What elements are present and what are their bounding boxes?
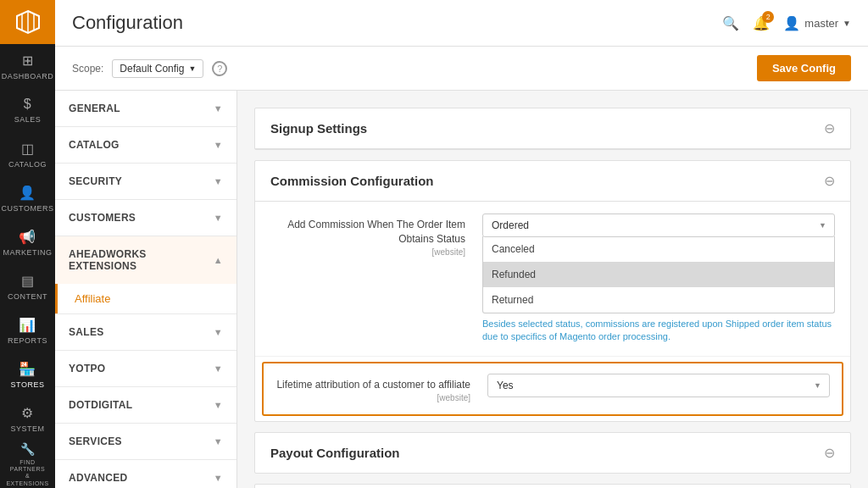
sidebar-logo[interactable] bbox=[0, 0, 55, 44]
commission-config-section: Commission Configuration ⊖ Add Commissio… bbox=[254, 160, 851, 422]
nav-section-header-security[interactable]: SECURITY ▼ bbox=[55, 164, 236, 199]
commission-config-title: Commission Configuration bbox=[270, 174, 434, 188]
scope-label: Scope: bbox=[72, 63, 103, 75]
nav-sub-item-affiliate[interactable]: Affiliate bbox=[55, 284, 236, 313]
sidebar-item-catalog[interactable]: ◫ CATALOG bbox=[0, 132, 55, 176]
add-commission-row: Add Commission When The Order Item Obtai… bbox=[255, 202, 850, 357]
admin-email-config-header[interactable]: Admin Email Configuration ⊖ bbox=[255, 485, 850, 488]
chevron-down-icon: ▼ bbox=[214, 436, 223, 446]
payout-config-title: Payout Configuration bbox=[270, 446, 400, 460]
lifetime-attribution-wrapper: Lifetime attribution of a customer to af… bbox=[255, 357, 850, 421]
search-icon[interactable]: 🔍 bbox=[722, 15, 739, 31]
marketing-icon: 📢 bbox=[19, 229, 36, 245]
scope-value: Default Config bbox=[120, 63, 184, 75]
add-commission-hint: Besides selected status, commissions are… bbox=[482, 318, 835, 344]
nav-section-aheadworks: AHEADWORKS EXTENSIONS ▲ Affiliate bbox=[55, 236, 236, 314]
deduct-commission-dropdown: Canceled Refunded Returned bbox=[482, 236, 835, 313]
nav-section-general: GENERAL ▼ bbox=[55, 91, 236, 127]
nav-section-header-advanced[interactable]: ADVANCED ▼ bbox=[55, 460, 236, 488]
chevron-down-icon: ▼ bbox=[214, 140, 223, 150]
add-commission-select-wrapper: Ordered bbox=[482, 214, 835, 237]
chevron-down-icon: ▼ bbox=[214, 103, 223, 114]
sidebar-item-reports[interactable]: 📊 REPORTS bbox=[0, 309, 55, 353]
nav-section-header-aheadworks[interactable]: AHEADWORKS EXTENSIONS ▲ bbox=[55, 236, 236, 284]
dropdown-item-canceled[interactable]: Canceled bbox=[483, 236, 834, 262]
sidebar: ⊞ DASHBOARD $ SALES ◫ CATALOG 👤 CUSTOMER… bbox=[0, 0, 55, 488]
nav-section-customers: CUSTOMERS ▼ bbox=[55, 200, 236, 236]
nav-section-header-dotdigital[interactable]: DOTDIGITAL ▼ bbox=[55, 387, 236, 423]
sidebar-item-marketing[interactable]: 📢 MARKETING bbox=[0, 220, 55, 264]
nav-section-header-general[interactable]: GENERAL ▼ bbox=[55, 91, 236, 126]
nav-section-header-customers[interactable]: CUSTOMERS ▼ bbox=[55, 200, 236, 236]
chevron-up-icon: ▲ bbox=[214, 255, 223, 265]
stores-icon: 🏪 bbox=[19, 361, 36, 377]
nav-section-advanced: ADVANCED ▼ bbox=[55, 460, 236, 488]
user-menu-button[interactable]: 👤 master ▼ bbox=[783, 15, 851, 31]
sidebar-item-stores[interactable]: 🏪 STORES bbox=[0, 353, 55, 397]
save-config-button[interactable]: Save Config bbox=[757, 55, 851, 81]
notifications-button[interactable]: 🔔 2 bbox=[753, 15, 770, 31]
payout-config-header[interactable]: Payout Configuration ⊖ bbox=[255, 433, 850, 473]
scope-chevron-icon: ▼ bbox=[188, 64, 196, 73]
notification-badge: 2 bbox=[762, 11, 774, 23]
reports-icon: 📊 bbox=[19, 317, 36, 333]
dropdown-item-refunded[interactable]: Refunded bbox=[483, 262, 834, 287]
content-icon: ▤ bbox=[21, 273, 35, 289]
nav-section-sales: SALES ▼ bbox=[55, 314, 236, 351]
topbar-right: 🔍 🔔 2 👤 master ▼ bbox=[722, 15, 851, 31]
sidebar-item-system[interactable]: ⚙ SYSTEM bbox=[0, 397, 55, 441]
lifetime-attribution-row: Lifetime attribution of a customer to af… bbox=[262, 362, 843, 416]
chevron-down-icon: ▼ bbox=[214, 400, 223, 410]
sidebar-item-content[interactable]: ▤ CONTENT bbox=[0, 265, 55, 309]
signup-settings-title: Signup Settings bbox=[270, 121, 367, 136]
admin-email-config-section: Admin Email Configuration ⊖ bbox=[254, 484, 851, 488]
chevron-down-icon: ▼ bbox=[214, 363, 223, 374]
catalog-icon: ◫ bbox=[21, 141, 35, 157]
nav-section-services: SERVICES ▼ bbox=[55, 424, 236, 460]
lifetime-attribution-select-wrapper: Yes No bbox=[487, 374, 830, 397]
chevron-down-icon: ▼ bbox=[214, 176, 223, 186]
find-partners-icon: 🔧 bbox=[20, 442, 36, 456]
user-label: master bbox=[804, 17, 838, 30]
add-commission-select[interactable]: Ordered bbox=[482, 214, 835, 237]
lifetime-attribution-label: Lifetime attribution of a customer to af… bbox=[275, 374, 470, 404]
chevron-down-icon: ▼ bbox=[214, 327, 223, 337]
help-icon[interactable]: ? bbox=[212, 61, 227, 76]
nav-section-header-services[interactable]: SERVICES ▼ bbox=[55, 424, 236, 459]
customers-icon: 👤 bbox=[19, 185, 36, 201]
user-dropdown-icon: ▼ bbox=[843, 19, 851, 28]
add-commission-content: Ordered Canceled Refunded bbox=[482, 214, 835, 344]
right-panel: Signup Settings ⊖ Commission Configurati… bbox=[237, 91, 868, 488]
sidebar-item-sales[interactable]: $ SALES bbox=[0, 88, 55, 132]
commission-config-body: Add Commission When The Order Item Obtai… bbox=[255, 202, 850, 421]
nav-section-header-yotpo[interactable]: YOTPO ▼ bbox=[55, 351, 236, 386]
left-nav: GENERAL ▼ CATALOG ▼ SECURITY ▼ CUSTOMERS bbox=[55, 91, 237, 488]
collapse-icon: ⊖ bbox=[824, 173, 835, 189]
dropdown-item-returned[interactable]: Returned bbox=[483, 287, 834, 313]
user-icon: 👤 bbox=[783, 15, 800, 31]
chevron-down-icon: ▼ bbox=[214, 213, 223, 223]
nav-section-yotpo: YOTPO ▼ bbox=[55, 351, 236, 387]
add-commission-label: Add Commission When The Order Item Obtai… bbox=[270, 214, 465, 258]
lifetime-attribution-content: Yes No bbox=[487, 374, 830, 397]
scope-dropdown[interactable]: Default Config ▼ bbox=[112, 59, 203, 78]
nav-section-security: SECURITY ▼ bbox=[55, 164, 236, 200]
scope-bar: Scope: Default Config ▼ ? Save Config bbox=[55, 47, 868, 91]
sidebar-item-customers[interactable]: 👤 CUSTOMERS bbox=[0, 176, 55, 220]
dashboard-icon: ⊞ bbox=[22, 53, 34, 69]
signup-settings-header[interactable]: Signup Settings ⊖ bbox=[255, 108, 850, 149]
nav-section-catalog: CATALOG ▼ bbox=[55, 127, 236, 164]
page-title: Configuration bbox=[72, 12, 183, 34]
nav-section-header-catalog[interactable]: CATALOG ▼ bbox=[55, 127, 236, 163]
payout-config-section: Payout Configuration ⊖ bbox=[254, 432, 851, 474]
content-area: GENERAL ▼ CATALOG ▼ SECURITY ▼ CUSTOMERS bbox=[55, 91, 868, 488]
chevron-down-icon: ▼ bbox=[214, 473, 223, 483]
commission-config-header[interactable]: Commission Configuration ⊖ bbox=[255, 161, 850, 202]
sidebar-item-dashboard[interactable]: ⊞ DASHBOARD bbox=[0, 44, 55, 88]
sidebar-item-find-partners[interactable]: 🔧 FIND PARTNERS& EXTENSIONS bbox=[0, 441, 55, 488]
sales-icon: $ bbox=[24, 97, 31, 112]
signup-settings-section: Signup Settings ⊖ bbox=[254, 108, 851, 150]
lifetime-attribution-select[interactable]: Yes No bbox=[487, 374, 830, 397]
nav-section-header-sales[interactable]: SALES ▼ bbox=[55, 314, 236, 350]
main-area: Configuration 🔍 🔔 2 👤 master ▼ Scope: De… bbox=[55, 0, 868, 488]
